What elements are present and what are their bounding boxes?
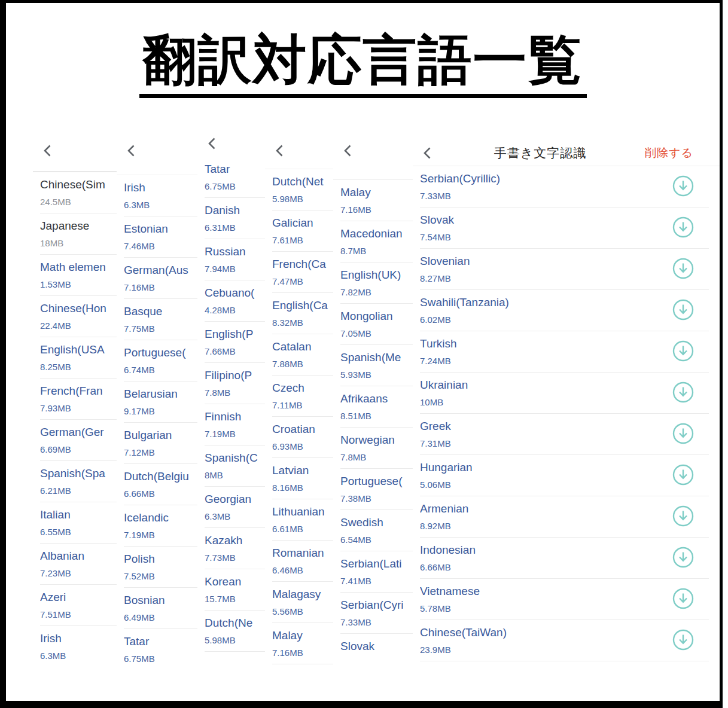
language-row[interactable]: Kazakh7.73MB [197, 528, 265, 569]
language-row[interactable]: Basque7.75MB [117, 299, 197, 340]
language-row[interactable]: Ukrainian10MB [413, 373, 720, 414]
download-icon[interactable] [672, 381, 695, 404]
language-row[interactable]: Spanish(C8MB [197, 445, 265, 487]
download-icon[interactable] [672, 257, 695, 280]
language-row[interactable]: Malay7.16MB [265, 623, 333, 664]
back-icon[interactable] [420, 145, 435, 161]
language-row[interactable]: Romanian6.46MB [265, 541, 333, 582]
language-row[interactable]: Malagasy5.56MB [265, 582, 333, 623]
language-row[interactable]: Indonesian6.66MB [413, 538, 720, 579]
download-icon[interactable] [672, 340, 695, 362]
download-icon[interactable] [672, 463, 695, 486]
language-row[interactable]: Albanian7.23MB [33, 544, 117, 585]
download-icon[interactable] [672, 175, 695, 197]
language-row[interactable]: Armenian8.92MB [413, 496, 720, 538]
back-icon[interactable] [205, 138, 220, 151]
language-row[interactable]: Slovak7.54MB [413, 207, 720, 249]
language-row[interactable]: Tatar6.75MB [117, 629, 197, 666]
language-row[interactable]: Lithuanian6.61MB [265, 499, 333, 541]
language-row[interactable]: Swedish6.54MB [333, 510, 413, 551]
language-row[interactable]: Bulgarian7.12MB [117, 423, 197, 464]
language-row[interactable]: Dutch(Ne5.98MB [197, 611, 265, 652]
language-row[interactable]: Afrikaans8.51MB [333, 386, 413, 428]
language-row[interactable]: Hungarian5.06MB [413, 455, 720, 496]
language-row[interactable]: Croatian6.93MB [265, 417, 333, 458]
language-row[interactable]: Finnish7.19MB [197, 404, 265, 445]
language-row[interactable]: French(Ca7.47MB [265, 252, 333, 293]
language-row[interactable]: Serbian(Cyri7.33MB [333, 593, 413, 634]
language-row[interactable]: Georgian6.3MB [197, 487, 265, 528]
language-row[interactable]: German(Aus7.16MB [117, 258, 197, 299]
back-icon[interactable] [272, 143, 288, 158]
language-row[interactable]: Spanish(Spa6.21MB [33, 461, 117, 502]
language-row[interactable]: Swahili(Tanzania)6.02MB [413, 290, 720, 331]
language-size: 7.52MB [124, 571, 197, 582]
language-row[interactable]: Bosnian6.49MB [117, 588, 197, 629]
language-row[interactable]: French(Fran7.93MB [33, 379, 117, 420]
language-row[interactable]: English(Ca8.32MB [265, 293, 333, 334]
language-row[interactable]: Portuguese(7.38MB [333, 469, 413, 510]
back-icon[interactable] [124, 143, 139, 158]
language-row[interactable]: Serbian(Cyrillic)7.33MB [413, 166, 720, 207]
language-row[interactable]: Catalan7.88MB [265, 334, 333, 376]
language-size: 7.47MB [272, 276, 333, 287]
language-row[interactable]: Mongolian7.05MB [333, 304, 413, 345]
language-name: Chinese(Sim [40, 178, 117, 192]
language-row[interactable]: Chinese(TaiWan)23.9MB [413, 620, 720, 661]
language-row[interactable]: Estonian7.46MB [117, 216, 197, 258]
language-row[interactable]: Japanese18MB [33, 213, 117, 255]
language-row[interactable]: Azeri7.51MB [33, 585, 117, 626]
language-row[interactable]: German(Ger6.69MB [33, 420, 117, 461]
language-row[interactable]: English(P7.66MB [197, 322, 265, 363]
download-icon[interactable] [672, 505, 695, 527]
download-icon[interactable] [672, 546, 695, 569]
language-row[interactable]: English(USA8.25MB [33, 337, 117, 379]
download-icon[interactable] [672, 298, 695, 321]
language-row[interactable]: Slovenian8.27MB [413, 249, 720, 290]
language-row[interactable]: Math elemen1.53MB [33, 255, 117, 296]
language-row[interactable]: Filipino(P7.8MB [197, 363, 265, 404]
back-icon[interactable] [40, 143, 56, 158]
delete-button[interactable]: 削除する [645, 145, 693, 161]
language-row[interactable]: Malay7.16MB [333, 180, 413, 221]
back-icon[interactable] [340, 143, 356, 158]
language-row[interactable]: Galician7.61MB [265, 210, 333, 252]
language-row[interactable]: Spanish(Me5.93MB [333, 345, 413, 386]
language-row[interactable]: Serbian(Lati7.41MB [333, 551, 413, 593]
language-row[interactable]: Tatar6.75MB [197, 157, 265, 198]
language-row[interactable]: Russian7.94MB [197, 239, 265, 280]
language-row[interactable]: Dutch(Belgiu6.66MB [117, 464, 197, 505]
language-row[interactable]: Korean15.7MB [197, 569, 265, 611]
language-row[interactable]: Danish6.31MB [197, 198, 265, 239]
language-name: Basque [124, 304, 197, 319]
language-row[interactable]: Macedonian8.7MB [333, 221, 413, 263]
language-row[interactable]: Polish7.52MB [117, 547, 197, 588]
language-row[interactable]: Slovak [333, 634, 413, 666]
language-size: 7.23MB [40, 568, 117, 579]
download-icon[interactable] [672, 628, 695, 651]
language-row[interactable]: Vietnamese5.78MB [413, 579, 720, 620]
language-row[interactable]: Italian6.55MB [33, 502, 117, 544]
language-row[interactable]: Cebuano(4.28MB [197, 280, 265, 322]
language-row[interactable]: Portuguese(6.74MB [117, 340, 197, 382]
language-list: Tatar6.75MBDanish6.31MBRussian7.94MBCebu… [197, 157, 265, 652]
download-icon[interactable] [672, 587, 695, 610]
language-row[interactable]: Belarusian9.17MB [117, 382, 197, 423]
language-row[interactable]: Irish6.3MB [33, 626, 117, 666]
language-row[interactable]: Chinese(Sim24.5MB [33, 172, 117, 213]
download-icon[interactable] [672, 422, 695, 445]
language-row[interactable]: Latvian8.16MB [265, 458, 333, 499]
language-row[interactable]: Irish6.3MB [117, 175, 197, 216]
language-row[interactable]: Dutch(Net5.98MB [265, 169, 333, 210]
language-row[interactable]: Greek7.31MB [413, 414, 720, 455]
language-list: Serbian(Cyrillic)7.33MBSlovak7.54MBSlove… [413, 166, 720, 661]
download-icon[interactable] [672, 216, 695, 239]
language-row[interactable]: Chinese(Hon22.4MB [33, 296, 117, 337]
language-row[interactable]: English(UK)7.82MB [333, 263, 413, 304]
language-row[interactable]: Norwegian7.8MB [333, 428, 413, 469]
language-name: Catalan [272, 340, 333, 354]
language-row[interactable]: Turkish7.24MB [413, 331, 720, 373]
language-row[interactable]: Icelandic7.19MB [117, 505, 197, 547]
language-size: 7.61MB [272, 235, 333, 246]
language-row[interactable]: Czech7.11MB [265, 376, 333, 417]
